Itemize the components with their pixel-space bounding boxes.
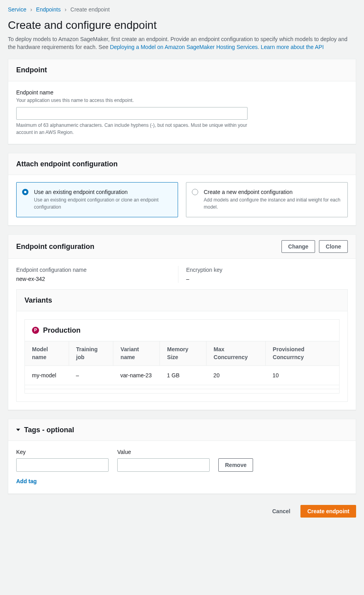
create-endpoint-button[interactable]: Create endpoint — [300, 505, 356, 518]
cell-memory-size: 1 GB — [160, 365, 206, 385]
col-provisioned-concurrency: Provisioned Concurrncy — [265, 341, 339, 365]
endpoint-name-constraint: Maximum of 63 alphanumeric characters. C… — [16, 122, 253, 136]
col-model-name: Model name — [25, 341, 69, 365]
endpoint-panel-title: Endpoint — [16, 65, 47, 75]
cell-training-job: – — [69, 365, 113, 385]
config-name-label: Endpoint configuration name — [16, 266, 170, 274]
radio-icon — [192, 189, 198, 195]
tag-key-label: Key — [16, 448, 109, 456]
col-memory-size: Memory Size — [160, 341, 206, 365]
production-badge-icon: P — [32, 327, 39, 334]
option-use-existing-title: Use an existing endpoint configuration — [34, 188, 171, 196]
col-max-concurrency: Max Concurrency — [206, 341, 266, 365]
page-title: Create and configure endpoint — [8, 17, 356, 34]
breadcrumb: Service › Endpoints › Create endpoint — [8, 6, 356, 13]
remove-tag-button[interactable]: Remove — [218, 458, 253, 472]
chevron-right-icon: › — [65, 6, 67, 13]
variants-title: Variants — [24, 295, 340, 305]
tag-value-label: Value — [117, 448, 210, 456]
table-empty-strip — [25, 385, 339, 389]
endpoint-name-input[interactable] — [16, 107, 248, 120]
clone-button[interactable]: Clone — [319, 240, 348, 253]
option-create-new-desc: Add models and configure the instance an… — [204, 197, 341, 211]
option-create-new-title: Create a new endpoint configuration — [204, 188, 341, 196]
variants-subpanel: Variants P Production Model name Trainin… — [16, 289, 348, 402]
cell-max-concurrency: 20 — [206, 365, 266, 385]
cell-model-name: my-model — [25, 365, 69, 385]
cancel-button[interactable]: Cancel — [266, 505, 297, 518]
endpoint-panel: Endpoint Endpoint name Your application … — [8, 59, 356, 144]
attach-config-panel: Attach endpoint configuration Use an exi… — [8, 153, 356, 226]
breadcrumb-endpoints[interactable]: Endpoints — [36, 6, 60, 13]
production-title: Production — [43, 325, 81, 335]
chevron-right-icon: › — [30, 6, 32, 13]
col-training-job: Training job — [69, 341, 113, 365]
endpoint-name-label: Endpoint name — [16, 88, 348, 96]
production-card: P Production Model name Training job Var… — [24, 319, 340, 394]
breadcrumb-current: Create endpoint — [70, 6, 110, 13]
option-create-new[interactable]: Create a new endpoint configuration Add … — [186, 182, 348, 217]
tag-key-input[interactable] — [16, 458, 109, 472]
footer-actions: Cancel Create endpoint — [8, 503, 356, 518]
add-tag-button[interactable]: Add tag — [16, 477, 37, 485]
variants-table: Model name Training job Variant name Mem… — [25, 341, 339, 385]
tag-value-input[interactable] — [117, 458, 210, 472]
docs-link-api[interactable]: Learn more about the API — [261, 44, 324, 50]
encryption-key-value: – — [186, 275, 340, 283]
page-description: To deploy models to Amazon SageMaker, fi… — [8, 35, 356, 51]
tags-toggle[interactable]: Tags - optional — [16, 425, 74, 435]
endpoint-config-title: Endpoint configuration — [16, 241, 94, 252]
cell-variant-name: var-name-23 — [113, 365, 160, 385]
attach-config-title: Attach endpoint configuration — [16, 159, 118, 169]
cell-provisioned-concurrency: 10 — [265, 365, 339, 385]
table-empty-strip — [25, 389, 339, 393]
radio-icon — [22, 189, 28, 195]
breadcrumb-service[interactable]: Service — [8, 6, 26, 13]
endpoint-name-help: Your application uses this name to acces… — [16, 97, 348, 104]
table-row: my-model – var-name-23 1 GB 20 10 — [25, 365, 339, 385]
option-use-existing[interactable]: Use an existing endpoint configuration U… — [16, 182, 178, 217]
docs-link-deploying[interactable]: Deploying a Model on Amazon SageMaker Ho… — [110, 44, 257, 50]
tags-panel: Tags - optional Key Value Remove Add tag — [8, 419, 356, 494]
col-variant-name: Variant name — [113, 341, 160, 365]
endpoint-config-panel: Endpoint configuration Change Clone Endp… — [8, 234, 356, 410]
encryption-key-label: Encryption key — [186, 266, 340, 274]
change-button[interactable]: Change — [281, 240, 315, 253]
option-use-existing-desc: Use an existing endpoint configuration o… — [34, 197, 171, 211]
caret-down-icon — [16, 429, 20, 431]
tags-title: Tags - optional — [24, 425, 74, 435]
config-name-value: new-ex-342 — [16, 275, 170, 283]
